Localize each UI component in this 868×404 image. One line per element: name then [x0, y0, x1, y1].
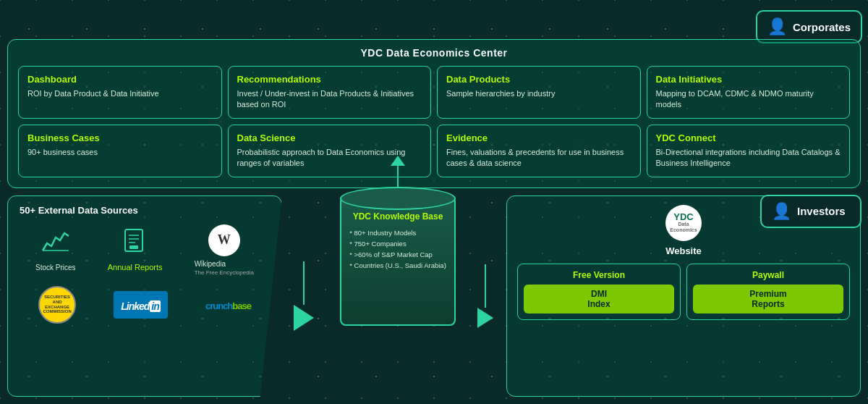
card-data-products[interactable]: Data Products Sample hierarchies by indu… [437, 66, 641, 119]
wikipedia-icon: W [208, 224, 240, 256]
arrow-mid-icon [477, 308, 493, 328]
website-box: 👤 Investors YDC Data Economics Website F… [506, 195, 861, 397]
card-dashboard[interactable]: Dashboard ROI by Data Product & Data Ini… [18, 66, 222, 119]
bottom-section: 50+ External Data Sources Stock Prices [7, 195, 861, 397]
source-annual-reports: Annual Reports [108, 228, 163, 272]
arrow-up-container [391, 156, 405, 191]
card-business-cases-title: Business Cases [27, 132, 213, 143]
corporates-label: Corporates [793, 21, 851, 33]
card-business-cases-desc: 90+ business cases [27, 147, 213, 158]
source-wikipedia: W WikipediaThe Free Encyclopedia [195, 224, 254, 276]
card-evidence-title: Evidence [446, 132, 631, 143]
website-title: Website [517, 245, 850, 256]
annual-reports-icon [122, 228, 148, 259]
linkedin-logo: Linkedin [114, 291, 168, 319]
ydc-logo: YDC Data Economics [665, 205, 702, 241]
sources-logos-row: SECURITIESANDEXCHANGECOMMISSION Linkedin… [20, 286, 270, 324]
investors-badge: 👤 Investors [760, 195, 861, 228]
sec-logo: SECURITIESANDEXCHANGECOMMISSION [38, 286, 76, 324]
paywall-card[interactable]: Paywall PremiumReports [686, 264, 850, 320]
card-dashboard-title: Dashboard [27, 74, 213, 85]
wikipedia-label: WikipediaThe Free Encyclopedia [195, 260, 254, 276]
card-data-initiatives-title: Data Initiatives [656, 74, 841, 85]
card-recommendations-title: Recommendations [237, 74, 422, 85]
annual-reports-label: Annual Reports [108, 263, 163, 272]
premium-reports-button[interactable]: PremiumReports [693, 285, 843, 313]
card-dashboard-desc: ROI by Data Product & Data Initiative [27, 88, 213, 99]
free-version-title: Free Version [524, 270, 674, 280]
card-data-initiatives-desc: Mapping to DCAM, CDMC & NDMO maturity mo… [656, 88, 841, 111]
stock-prices-icon [41, 229, 70, 260]
website-cards: Free Version DMIIndex Paywall PremiumRep… [517, 264, 850, 320]
external-sources-title: 50+ External Data Sources [20, 205, 270, 216]
kb-title: YDC Knowledge Base [353, 211, 443, 222]
dmi-index-button[interactable]: DMIIndex [524, 285, 674, 313]
paywall-title: Paywall [693, 270, 843, 280]
card-evidence-desc: Fines, valuations & precedents for use i… [446, 147, 631, 169]
card-evidence[interactable]: Evidence Fines, valuations & precedents … [437, 125, 641, 177]
ydc-section: YDC Data Economics Center Dashboard ROI … [7, 39, 861, 188]
kb-content: * 80+ Industry Models * 750+ Companies *… [349, 227, 446, 272]
arrow-sources-to-kb [289, 195, 318, 397]
cylinder: YDC Knowledge Base * 80+ Industry Models… [340, 195, 456, 326]
cards-grid: Dashboard ROI by Data Product & Data Ini… [18, 66, 850, 177]
sources-icons-row: Stock Prices Annual Reports [20, 224, 270, 276]
card-business-cases[interactable]: Business Cases 90+ business cases [18, 125, 222, 177]
crunchbase-logo: crunchbase [205, 296, 251, 313]
arrow-up-icon [391, 156, 405, 166]
card-ydc-connect-desc: Bi-Directional integrations including Da… [656, 147, 841, 169]
external-sources-box: 50+ External Data Sources Stock Prices [7, 195, 282, 397]
card-ydc-connect-title: YDC Connect [656, 132, 841, 143]
main-container: 👤 Corporates YDC Data Economics Center D… [7, 7, 861, 397]
card-ydc-connect[interactable]: YDC Connect Bi-Directional integrations … [647, 125, 851, 177]
stock-prices-label: Stock Prices [35, 264, 76, 272]
knowledge-base-box: YDC Knowledge Base * 80+ Industry Models… [326, 195, 470, 397]
card-data-initiatives[interactable]: Data Initiatives Mapping to DCAM, CDMC &… [647, 66, 851, 119]
card-data-science-title: Data Science [237, 132, 422, 143]
card-data-products-desc: Sample hierarchies by industry [446, 88, 631, 99]
card-recommendations-desc: Invest / Under-invest in Data Products &… [237, 88, 422, 111]
arrow-right-icon [294, 305, 314, 331]
investors-icon: 👤 [772, 202, 791, 221]
svg-rect-5 [129, 245, 138, 249]
card-recommendations[interactable]: Recommendations Invest / Under-invest in… [228, 66, 432, 119]
arrow-kb-to-website [477, 195, 499, 397]
section-title: YDC Data Economics Center [18, 47, 850, 59]
free-version-card[interactable]: Free Version DMIIndex [517, 264, 681, 320]
corporates-icon: 👤 [767, 17, 787, 36]
investors-label: Investors [797, 205, 846, 217]
card-data-products-title: Data Products [446, 74, 631, 85]
source-stock-prices: Stock Prices [35, 229, 76, 272]
